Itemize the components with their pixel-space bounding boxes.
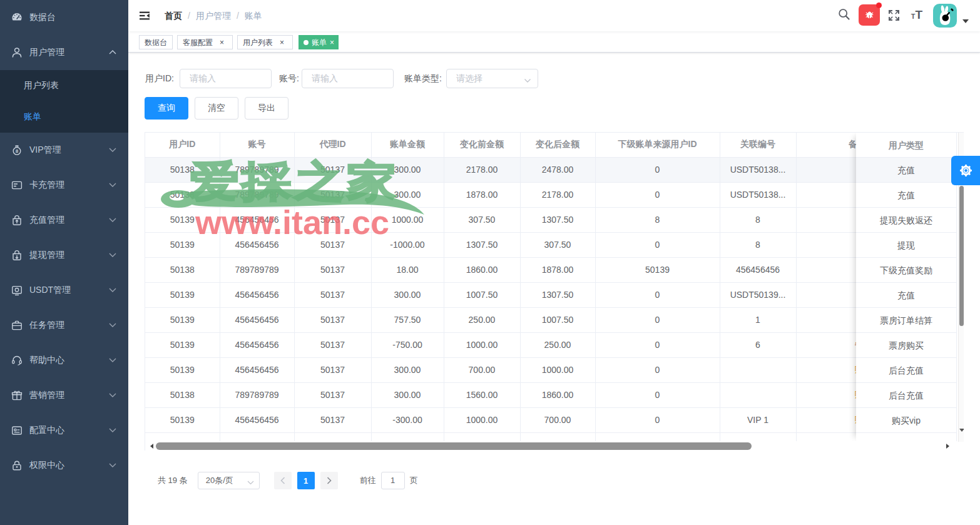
svg-text:8: 8 <box>16 148 19 154</box>
